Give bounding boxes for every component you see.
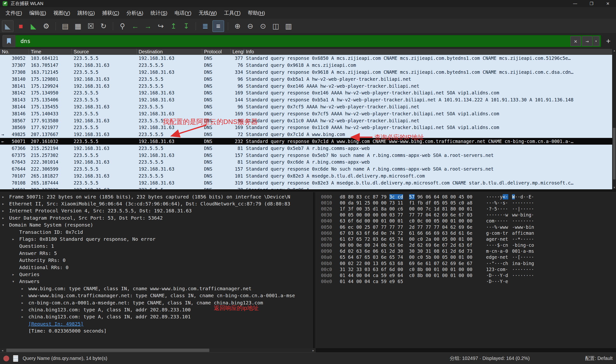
previous-packet-icon[interactable]: ← xyxy=(130,21,141,32)
menu-item-c[interactable]: 捕获(C) xyxy=(98,7,123,19)
packet-row[interactable]: 38143175.135406223.5.5.5192.168.31.63DNS… xyxy=(0,96,612,103)
hex-row[interactable]: 00a065 64 67 65 03 6e 65 7400 c0 5b 00 0… xyxy=(316,254,616,260)
zoom-out-icon[interactable]: ⊖ xyxy=(245,21,256,32)
packet-row[interactable]: 37307163.705147192.168.31.63223.5.5.5DNS… xyxy=(0,62,612,69)
hex-row[interactable]: 003000 05 00 00 00 00 03 7777 77 04 62 6… xyxy=(316,212,616,218)
filter-add-button[interactable]: + xyxy=(603,36,614,46)
hex-row[interactable]: 00906d 02 63 6e 06 61 2d 3030 30 31 08 6… xyxy=(316,248,616,254)
scrollbar-thumb[interactable] xyxy=(613,128,616,180)
hex-row[interactable]: 007061 67 65 72 03 6e 65 7400 c0 2a 00 0… xyxy=(316,236,616,242)
chevron-right-icon[interactable]: ▸ xyxy=(21,314,28,319)
scroll-up-icon[interactable]: ▴ xyxy=(612,49,616,52)
detail-line[interactable]: ▸cn-bing-com.cn.a-0001.a-msedge.net: typ… xyxy=(0,299,313,306)
packet-row[interactable]: 70108265.187444223.5.5.5192.168.31.63DNS… xyxy=(0,179,612,186)
open-file-icon[interactable]: ▤ xyxy=(60,21,71,32)
detail-line[interactable]: ▸china.bing123.com: type A, class IN, ad… xyxy=(0,306,313,313)
column-header-time[interactable]: Time xyxy=(29,49,72,54)
detail-hex-splitter[interactable] xyxy=(313,192,316,348)
packet-row[interactable]: 67643222.301014192.168.31.63223.5.5.5DNS… xyxy=(0,158,612,166)
chevron-right-icon[interactable]: ▸ xyxy=(2,194,9,199)
menu-item-g[interactable]: 跳转(G) xyxy=(74,7,98,19)
packet-row[interactable]: 37308163.712145223.5.5.5192.168.31.63DNS… xyxy=(0,69,612,76)
stop-capture-icon[interactable]: ■ xyxy=(15,21,26,32)
hex-row[interactable]: 005006 ec 00 25 07 77 77 772d 77 77 77 0… xyxy=(316,224,616,230)
chevron-right-icon[interactable]: ▸ xyxy=(21,286,28,291)
filter-apply-icon[interactable]: → xyxy=(582,36,592,46)
find-packet-icon[interactable]: ⚲ xyxy=(117,21,128,32)
zoom-in-icon[interactable]: ⊕ xyxy=(232,21,243,32)
packet-row[interactable]: 38144175.135455192.168.31.63223.5.5.5DNS… xyxy=(0,103,612,110)
column-header-destination[interactable]: Destination xyxy=(137,49,202,54)
capture-file-icon[interactable] xyxy=(13,355,18,362)
minimize-button[interactable]: — xyxy=(567,0,583,7)
chevron-right-icon[interactable]: ▸ xyxy=(12,272,19,277)
column-header-source[interactable]: Source xyxy=(72,49,137,54)
detail-line[interactable]: [Time: 0.023365000 seconds] xyxy=(0,327,313,334)
chevron-right-icon[interactable]: ▸ xyxy=(12,237,19,241)
packet-row[interactable]: 38567177.913580192.168.31.63223.5.5.5DNS… xyxy=(0,117,612,124)
menu-item-y[interactable]: 电话(Y) xyxy=(171,7,195,19)
column-header-info[interactable]: Info xyxy=(244,49,616,54)
menu-item-h[interactable]: 帮助(H) xyxy=(244,7,268,19)
filter-input[interactable]: dns ✕ → ▾ xyxy=(15,35,601,47)
chevron-right-icon[interactable]: ▸ xyxy=(2,201,9,206)
chevron-right-icon[interactable]: ▸ xyxy=(2,208,9,213)
start-capture-icon[interactable]: ◣ xyxy=(2,20,14,32)
scroll-left-icon[interactable]: ◂ xyxy=(0,348,5,352)
detail-line[interactable]: ▸www.bing.com: type CNAME, class IN, cna… xyxy=(0,285,313,292)
colorize-icon[interactable]: ≣ xyxy=(200,21,211,32)
detail-line[interactable]: ▸Flags: 0x8180 Standard query response, … xyxy=(0,235,313,242)
detail-line[interactable]: Authority RRs: 0 xyxy=(0,257,313,264)
packet-row[interactable]: 38141175.129924192.168.31.63223.5.5.5DNS… xyxy=(0,82,612,89)
packet-row[interactable]: 38146175.140433223.5.5.5192.168.31.63DNS… xyxy=(0,110,612,117)
detail-line[interactable]: Questions: 1 xyxy=(0,243,313,250)
detail-line[interactable]: [Request In: 49825] xyxy=(0,320,313,327)
column-header-no[interactable]: No. xyxy=(0,49,29,54)
hex-row[interactable]: 008000 00 0e 00 24 0b 63 6e2d 62 69 6e 6… xyxy=(316,242,616,248)
packet-list-scrollbar[interactable]: ▴ ▾ xyxy=(612,49,616,189)
resize-columns-icon[interactable]: ◫ xyxy=(270,21,281,32)
menu-item-w[interactable]: 无线(W) xyxy=(195,7,220,19)
packet-row[interactable]: 38569177.921977223.5.5.5192.168.31.63DNS… xyxy=(0,124,612,131)
detail-line[interactable]: ▸www-www.bing.com.trafficmanager.net: ty… xyxy=(0,292,313,299)
detail-line[interactable]: ▸Frame 50071: 232 bytes on wire (1856 bi… xyxy=(0,193,313,200)
packet-row[interactable]: ←50071207.161032223.5.5.5192.168.31.63DN… xyxy=(0,138,612,145)
next-packet-icon[interactable]: → xyxy=(142,21,154,32)
first-packet-icon[interactable]: ↥ xyxy=(168,21,179,32)
detail-line[interactable]: ▸china.bing123.com: type A, class IN, ad… xyxy=(0,313,313,320)
detail-line[interactable]: Additional RRs: 0 xyxy=(0,264,313,271)
packet-row[interactable]: 74501283.107029192.168.31.63223.5.5.5DNS… xyxy=(0,186,612,189)
hex-row[interactable]: 006067 03 63 6f 6d 0e 74 7261 66 66 69 6… xyxy=(316,230,616,236)
packet-row[interactable]: 70107265.181827192.168.31.63223.5.5.5DNS… xyxy=(0,172,612,180)
detail-line[interactable]: ▸Ethernet II, Src: XiaomiMobile_96:06:64… xyxy=(0,200,313,207)
menu-item-v[interactable]: 视图(V) xyxy=(50,7,74,19)
hex-row[interactable]: 0000d8 80 83 cc 87 79 3c cd57 96 06 64 0… xyxy=(316,194,616,200)
menu-item-a[interactable]: 分析(A) xyxy=(123,7,147,19)
pane-splitter[interactable] xyxy=(0,189,616,192)
packet-row[interactable]: →49825207.137667192.168.31.63223.5.5.5DN… xyxy=(0,131,612,138)
hex-row[interactable]: 00201f 3f 00 35 d1 8a 00 c600 00 7c 1d 8… xyxy=(316,206,616,212)
reset-layout-icon[interactable]: ▥ xyxy=(283,21,294,32)
menu-item-t[interactable]: 工具(T) xyxy=(220,7,244,19)
filter-bookmark-icon[interactable] xyxy=(2,35,15,47)
close-button[interactable]: ✕ xyxy=(600,0,616,7)
hex-row[interactable]: 004063 6f 6d 00 00 01 00 01c0 0c 00 05 0… xyxy=(316,218,616,224)
reload-file-icon[interactable]: ↻ xyxy=(98,21,109,32)
column-header-length[interactable]: Length xyxy=(231,49,244,54)
last-packet-icon[interactable]: ↧ xyxy=(181,21,192,32)
packet-row[interactable]: 67644222.306599223.5.5.5192.168.31.63DNS… xyxy=(0,166,612,172)
hex-row[interactable]: 001000 da 91 25 00 00 73 11f1 fb df 05 0… xyxy=(316,200,616,206)
expert-info-icon[interactable] xyxy=(3,356,9,361)
menu-item-f[interactable]: 文件(F) xyxy=(2,7,26,19)
save-file-icon[interactable]: ▦ xyxy=(72,21,84,32)
capture-options-icon[interactable]: ⚙ xyxy=(41,21,52,32)
detail-line[interactable]: ▾Answers xyxy=(0,278,313,285)
hex-row[interactable]: 00d001 44 00 04 ca 59 e9 64c0 8b 00 01 0… xyxy=(316,272,616,278)
scroll-down-icon[interactable]: ▾ xyxy=(612,185,616,189)
chevron-right-icon[interactable]: ▸ xyxy=(2,216,9,220)
maximize-button[interactable]: ❐ xyxy=(583,0,600,7)
detail-line[interactable]: ▸Queries xyxy=(0,271,313,278)
detail-link[interactable]: [Request In: 49825] xyxy=(28,321,84,327)
goto-packet-icon[interactable]: ↪ xyxy=(155,21,166,32)
column-header-protocol[interactable]: Protocol xyxy=(202,49,231,54)
